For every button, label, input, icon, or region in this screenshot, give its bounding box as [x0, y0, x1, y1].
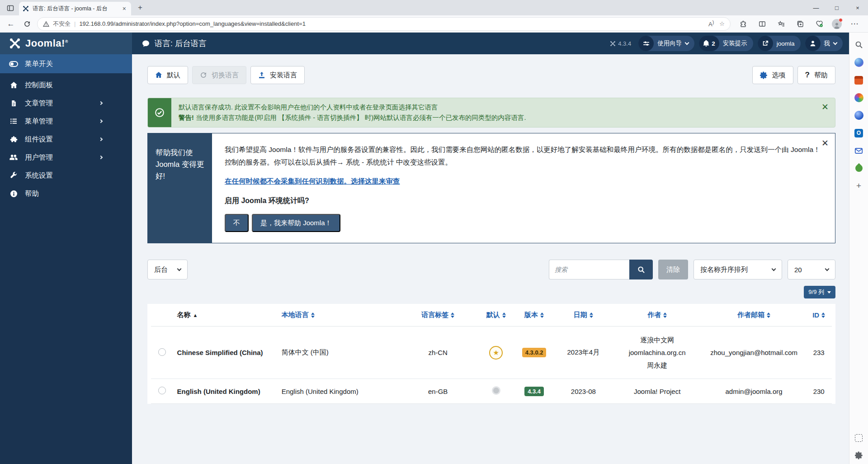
- chevron-down-icon: [177, 267, 182, 271]
- sort-header-author[interactable]: 作者: [647, 311, 667, 319]
- vertical-tabs-icon[interactable]: [4, 2, 17, 14]
- add-icon[interactable]: +: [854, 181, 864, 191]
- close-icon[interactable]: ×: [847, 0, 868, 15]
- stats-close-icon[interactable]: ✕: [821, 138, 829, 148]
- sidebar-item-help[interactable]: 帮助: [0, 185, 132, 203]
- tab-title: 语言: 后台语言 - joomla - 后台: [33, 5, 118, 13]
- sort-select[interactable]: 按名称升序排列: [693, 260, 782, 279]
- back-icon[interactable]: ←: [5, 18, 17, 30]
- chevron-right-icon[interactable]: [99, 101, 103, 105]
- security-label[interactable]: 不安全: [53, 20, 71, 28]
- sidebar-item-components[interactable]: 组件设置: [0, 130, 132, 148]
- screenshot-icon[interactable]: [854, 433, 864, 443]
- columns-visibility-badge[interactable]: 9/9 列: [804, 286, 835, 298]
- info-circle-icon: [9, 190, 18, 198]
- sort-header-email[interactable]: 作者邮箱: [737, 311, 770, 319]
- preview-site-button[interactable]: joomla: [758, 36, 801, 51]
- set-default-radio[interactable]: [492, 386, 500, 395]
- sphere-icon[interactable]: [854, 110, 864, 120]
- favorites-bar-icon[interactable]: [775, 18, 788, 30]
- grow-icon[interactable]: [854, 163, 864, 173]
- refresh-icon[interactable]: [21, 18, 33, 30]
- user-icon: [805, 36, 821, 51]
- browser-tab[interactable]: 语言: 后台语言 - joomla - 后台 ×: [19, 2, 131, 15]
- sort-both-icon: [502, 312, 506, 318]
- stats-yes-button[interactable]: 是，我来帮助 Joomla！: [252, 214, 340, 232]
- url-bar[interactable]: 不安全 | 192.168.0.99/administrator/index.p…: [37, 17, 731, 31]
- mail-icon[interactable]: [854, 146, 864, 156]
- joomla-header: Joomla!® 语言: 后台语言 4.3.4 使用向导: [0, 33, 849, 54]
- help-button[interactable]: ? 帮助: [797, 66, 835, 84]
- copilot-icon[interactable]: [854, 57, 864, 67]
- sort-header-id[interactable]: ID: [812, 311, 825, 319]
- toolbar: 默认 切换语言 安装语言: [147, 66, 835, 84]
- alert-line1: 默认语言保存成功. 此设置不会影响用户在他们的个人资料中或者在登录页面选择其它语…: [179, 102, 808, 113]
- sidebar-item-users[interactable]: 用户管理: [0, 148, 132, 166]
- sort-header-date[interactable]: 日期: [574, 311, 593, 319]
- stats-review-link[interactable]: 在任何时候都不会采集到任何识别数据。选择这里来审查: [225, 177, 400, 186]
- sidebar-item-menus[interactable]: 菜单管理: [0, 112, 132, 130]
- dashboard-grid-icon[interactable]: [116, 100, 123, 107]
- sort-header-tag[interactable]: 语言标签: [421, 311, 454, 319]
- default-star-icon[interactable]: ★: [489, 346, 503, 360]
- browser-essentials-icon[interactable]: [813, 18, 826, 30]
- edge-sidebar: O +: [849, 33, 868, 464]
- dashboard-grid-icon[interactable]: [116, 136, 123, 143]
- joomla-logo-text: Joomla!®: [25, 38, 68, 49]
- sidebar-item-toggle-menu[interactable]: 菜单开关: [0, 54, 132, 73]
- alert-close-icon[interactable]: ✕: [815, 98, 835, 127]
- split-screen-icon[interactable]: [756, 18, 769, 30]
- outlook-icon[interactable]: O: [854, 128, 864, 138]
- client-select[interactable]: 后台: [147, 260, 188, 279]
- default-button[interactable]: 默认: [147, 66, 188, 84]
- url-text[interactable]: 192.168.0.99/administrator/index.php?opt…: [79, 20, 705, 27]
- toggle-icon: [9, 61, 18, 67]
- toolbox-icon[interactable]: [854, 75, 864, 85]
- chevron-right-icon[interactable]: [99, 156, 103, 159]
- joomla-logo[interactable]: Joomla!®: [0, 33, 132, 54]
- sidebar-item-system[interactable]: 系统设置: [0, 166, 132, 185]
- row-radio[interactable]: [158, 387, 166, 394]
- settings-gear-icon[interactable]: [854, 450, 864, 460]
- search-input[interactable]: [549, 260, 629, 279]
- profile-status-dot: [839, 18, 843, 22]
- post-installation-messages-button[interactable]: 2 安装提示: [699, 36, 753, 51]
- favorite-star-icon[interactable]: ☆: [719, 20, 725, 27]
- dashboard-grid-icon[interactable]: [116, 118, 123, 125]
- options-button[interactable]: 选项: [752, 66, 793, 84]
- limit-select[interactable]: 20: [788, 260, 835, 279]
- install-language-button[interactable]: 安装语言: [250, 66, 305, 84]
- puzzle-icon: [9, 136, 18, 143]
- search-button[interactable]: [629, 260, 653, 279]
- chevron-right-icon[interactable]: [99, 137, 103, 141]
- sort-both-icon: [663, 312, 667, 318]
- designer-icon[interactable]: [854, 93, 864, 103]
- guided-tour-button[interactable]: 使用向导: [638, 36, 694, 51]
- clear-button[interactable]: 清除: [658, 260, 688, 279]
- search-icon[interactable]: [854, 40, 864, 50]
- tab-close-icon[interactable]: ×: [121, 5, 127, 12]
- extensions-icon[interactable]: [737, 18, 750, 30]
- settings-more-icon[interactable]: ⋯: [848, 18, 861, 30]
- maximize-icon[interactable]: □: [826, 0, 847, 15]
- sort-both-icon: [540, 312, 544, 318]
- stats-no-button[interactable]: 不: [225, 214, 249, 232]
- chevron-right-icon[interactable]: [99, 119, 103, 123]
- sort-header-native[interactable]: 本地语言: [282, 311, 315, 319]
- upload-icon: [258, 71, 265, 79]
- sidebar-item-content[interactable]: 文章管理: [0, 94, 132, 112]
- read-aloud-icon[interactable]: A): [708, 19, 714, 28]
- collections-icon[interactable]: [794, 18, 807, 30]
- new-tab-button[interactable]: +: [134, 1, 146, 14]
- sort-header-name[interactable]: 名称▲: [177, 311, 198, 319]
- minimize-icon[interactable]: —: [806, 0, 826, 15]
- sort-header-default[interactable]: 默认: [486, 311, 506, 319]
- sidebar-item-dashboard[interactable]: 控制面板: [0, 76, 132, 94]
- browser-address-bar: ← 不安全 | 192.168.0.99/administrator/index…: [0, 15, 868, 33]
- row-radio[interactable]: [158, 348, 166, 356]
- dashboard-grid-icon[interactable]: [116, 154, 123, 161]
- user-menu-button[interactable]: 我: [805, 36, 843, 51]
- sort-asc-icon: ▲: [193, 312, 198, 318]
- profile-avatar[interactable]: [832, 19, 842, 29]
- sort-header-version[interactable]: 版本: [524, 311, 544, 319]
